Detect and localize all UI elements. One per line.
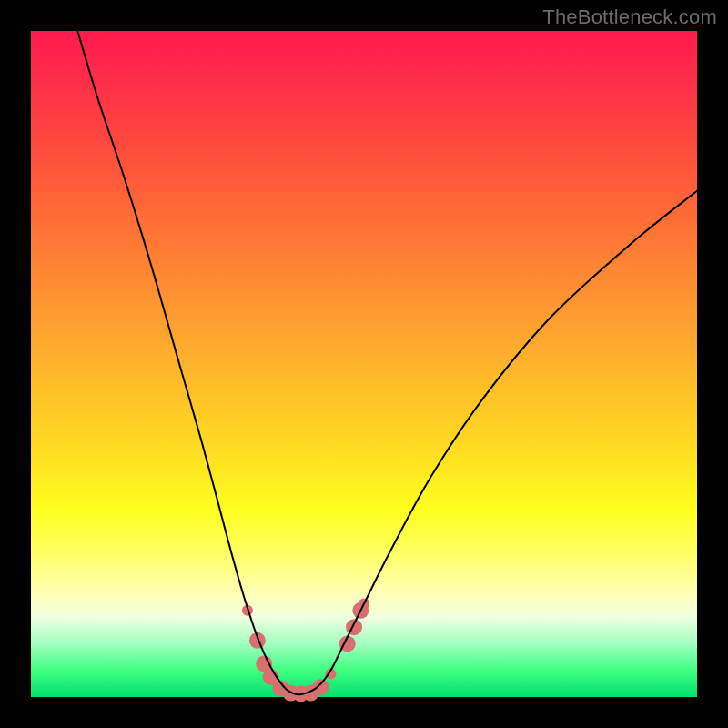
chart-overlay bbox=[31, 31, 697, 697]
bottleneck-curve bbox=[77, 31, 697, 694]
marker-dot bbox=[312, 679, 329, 695]
watermark-text: TheBottleneck.com bbox=[542, 5, 717, 29]
highlight-markers bbox=[242, 599, 369, 703]
marker-dot bbox=[346, 619, 362, 635]
